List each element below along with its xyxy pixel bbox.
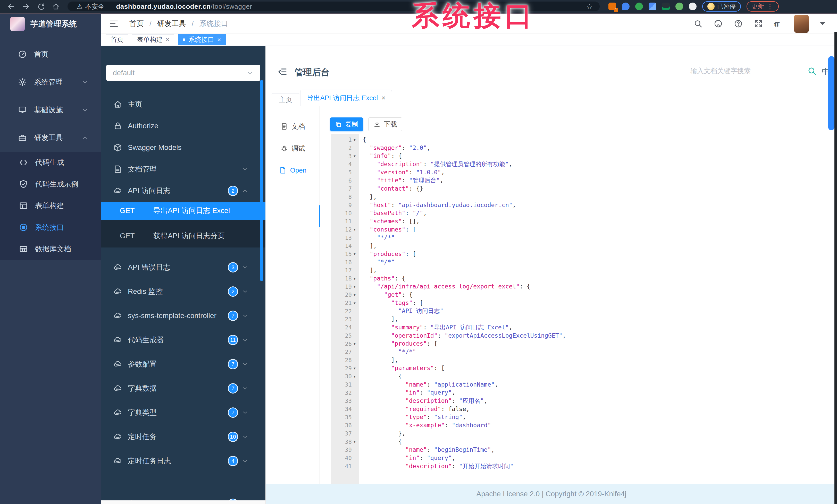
sidebar-item-代码生成示例[interactable]: 代码生成示例 bbox=[0, 173, 101, 195]
sidebar-item-首页[interactable]: 首页 bbox=[0, 40, 101, 68]
page-scrollbar-thumb[interactable] bbox=[828, 56, 834, 130]
code-line: ], bbox=[362, 242, 829, 250]
breadcrumb-current: 系统接口 bbox=[199, 19, 228, 29]
browser-home-icon[interactable] bbox=[52, 3, 60, 10]
chevron-down-icon[interactable] bbox=[820, 22, 825, 25]
k4-item-Swagger Models[interactable]: Swagger Models bbox=[101, 137, 265, 158]
ext-orange-icon[interactable]: 1 bbox=[608, 3, 616, 10]
chevron-down-icon bbox=[246, 69, 253, 76]
k4-item-定时任务日志[interactable]: 定时任务日志4 bbox=[101, 449, 265, 473]
sidebar-item-基础设施[interactable]: 基础设施 bbox=[0, 96, 101, 124]
sidebar-item-研发工具[interactable]: 研发工具 bbox=[0, 124, 101, 152]
not-secure-chip[interactable]: ⚠不安全 bbox=[77, 2, 104, 11]
sidebar-item-系统管理[interactable]: 系统管理 bbox=[0, 68, 101, 96]
side-nav-Open[interactable]: Open bbox=[266, 161, 320, 179]
app-logo[interactable]: 芋道管理系统 bbox=[0, 14, 101, 34]
line-number: 28▾ bbox=[331, 356, 359, 365]
k4-item-代码生成器[interactable]: 代码生成器11 bbox=[101, 328, 265, 352]
k4-item-字典数据[interactable]: 字典数据7 bbox=[101, 376, 265, 400]
font-size-icon[interactable]: tT bbox=[774, 19, 783, 28]
line-number: 40▾ bbox=[331, 454, 359, 462]
update-button[interactable]: 更新⋮ bbox=[747, 1, 779, 12]
ext-grid-icon[interactable] bbox=[648, 3, 656, 10]
doc-tab-导出API 访问日志 Excel[interactable]: 导出API 访问日志 Excel× bbox=[300, 90, 392, 106]
tag-首页[interactable]: 首页 bbox=[106, 34, 128, 45]
line-number: 33▾ bbox=[331, 397, 359, 405]
search-icon[interactable] bbox=[694, 19, 702, 28]
sidebar-item-数据库文档[interactable]: 数据库文档 bbox=[0, 238, 101, 260]
count-badge: 2 bbox=[228, 286, 238, 297]
tag-系统接口[interactable]: 系统接口× bbox=[178, 34, 226, 45]
breadcrumb-home[interactable]: 首页 bbox=[129, 19, 144, 29]
ext-check-icon[interactable] bbox=[635, 3, 643, 10]
k4-item-Authorize[interactable]: Authorize bbox=[101, 115, 265, 137]
browser-back-icon[interactable] bbox=[7, 3, 15, 10]
ext-gn-icon[interactable] bbox=[662, 3, 670, 10]
close-icon[interactable]: × bbox=[166, 36, 169, 43]
breadcrumb-separator: / bbox=[192, 20, 194, 28]
user-avatar[interactable] bbox=[794, 15, 809, 33]
side-nav-文档[interactable]: 文档 bbox=[266, 117, 320, 135]
help-icon[interactable] bbox=[734, 19, 743, 28]
k4-item-字典类型[interactable]: 字典类型7 bbox=[101, 400, 265, 425]
ext-leaf-icon[interactable] bbox=[675, 3, 683, 10]
count-badge: 7 bbox=[228, 311, 238, 321]
fullscreen-icon[interactable] bbox=[754, 19, 763, 28]
ext-star-icon[interactable] bbox=[689, 3, 697, 10]
side-nav-调试[interactable]: 调试 bbox=[266, 139, 320, 157]
item-label: 系统接口 bbox=[35, 223, 64, 232]
doc-header: 管理后台 中 bbox=[266, 60, 837, 83]
doc-search-icon[interactable] bbox=[807, 67, 817, 76]
warning-icon: ⚠ bbox=[77, 3, 83, 10]
doc-tab-主页[interactable]: 主页 bbox=[271, 93, 300, 106]
api-group-select[interactable]: default bbox=[106, 64, 260, 81]
sidebar-scrollbar-thumb[interactable] bbox=[260, 80, 263, 281]
download-button[interactable]: 下载 bbox=[368, 117, 402, 131]
browser-forward-icon[interactable] bbox=[22, 3, 30, 10]
chevron-down-icon bbox=[242, 288, 248, 295]
url-text: dashboard.yudao.iocoder.cn/tool/swagger bbox=[116, 3, 252, 11]
k4-item-Redis 监控[interactable]: Redis 监控2 bbox=[101, 279, 265, 304]
api-operation[interactable]: GET获得API 访问日志分页 bbox=[101, 227, 265, 245]
browser-menu-icon[interactable]: ⋮ bbox=[767, 3, 773, 11]
k4-item-API 错误日志[interactable]: API 错误日志3 bbox=[101, 255, 265, 279]
k4-item-sys-sms-template-controller[interactable]: sys-sms-template-controller7 bbox=[101, 304, 265, 328]
k4-item-定时任务[interactable]: 定时任务10 bbox=[101, 425, 265, 449]
close-icon[interactable]: × bbox=[217, 36, 221, 43]
item-label: API 错误日志 bbox=[128, 262, 170, 272]
k4-item-参数配置[interactable]: 参数配置7 bbox=[101, 352, 265, 376]
item-label: 代码生成示例 bbox=[35, 179, 78, 189]
hamburger-icon[interactable] bbox=[109, 19, 119, 28]
breadcrumb-tools[interactable]: 研发工具 bbox=[157, 19, 186, 29]
copy-button[interactable]: 复制 bbox=[330, 117, 363, 131]
api-operation[interactable]: GET导出API 访问日志 Excel bbox=[101, 202, 265, 220]
ext-drop-icon[interactable] bbox=[622, 3, 629, 10]
collapse-sidebar-icon[interactable] bbox=[278, 67, 287, 77]
code-line: { bbox=[362, 437, 829, 446]
code-line: "description": "开始开始请求时间" bbox=[362, 462, 829, 470]
line-number: 2▾ bbox=[331, 144, 359, 152]
code-editor[interactable]: 1▾2▾3▾4▾5▾6▾7▾8▾9▾10▾11▾12▾13▾14▾15▾16▾1… bbox=[331, 134, 829, 484]
active-dot bbox=[183, 38, 185, 41]
sidebar-item-系统接口[interactable]: 系统接口 bbox=[0, 217, 101, 238]
close-icon[interactable]: × bbox=[381, 94, 385, 102]
tag-表单构建[interactable]: 表单构建× bbox=[132, 34, 174, 45]
code-line: "parameters": [ bbox=[362, 364, 829, 372]
bookmark-star-icon[interactable]: ☆ bbox=[586, 2, 593, 11]
doc-search-input[interactable] bbox=[690, 64, 800, 78]
browser-reload-icon[interactable] bbox=[37, 3, 45, 10]
k4-item-API 访问日志[interactable]: API 访问日志2 bbox=[101, 180, 265, 202]
profile-paused-button[interactable]: 已暂停 bbox=[702, 1, 741, 12]
item-label: Authorize bbox=[128, 122, 158, 130]
k4-item-主页[interactable]: 主页 bbox=[101, 93, 265, 115]
github-icon[interactable] bbox=[714, 19, 723, 28]
line-number: 17▾ bbox=[331, 266, 359, 275]
code-line: "API 访问日志" bbox=[362, 307, 829, 315]
sidebar-item-表单构建[interactable]: 表单构建 bbox=[0, 195, 101, 217]
database-icon bbox=[19, 245, 28, 254]
sidebar-item-代码生成[interactable]: 代码生成 bbox=[0, 152, 101, 173]
code-line: "version": "1.0.0", bbox=[362, 168, 829, 177]
form-icon bbox=[19, 201, 28, 210]
k4-item-文档管理[interactable]: 文档管理 bbox=[101, 158, 265, 180]
home-icon bbox=[113, 100, 122, 109]
